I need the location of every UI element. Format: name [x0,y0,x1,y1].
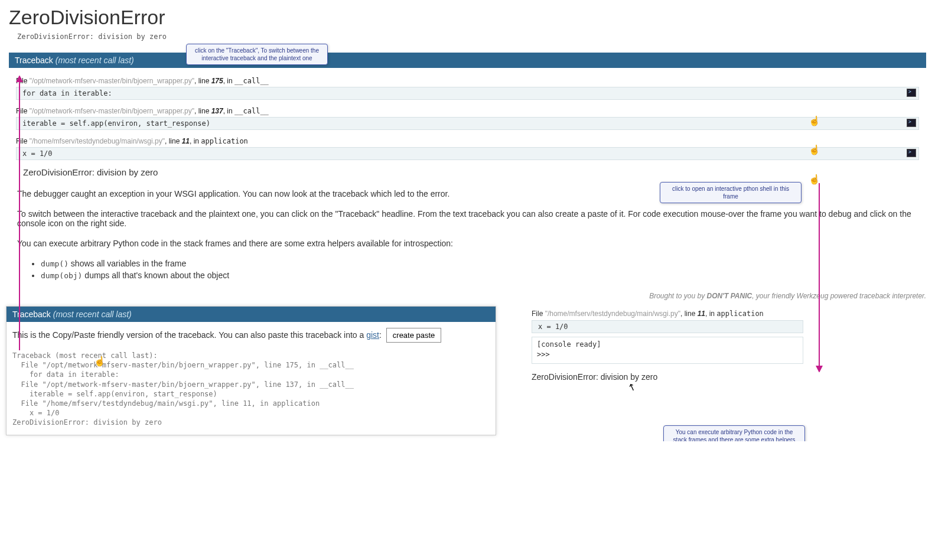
traceback-header-label: Traceback [15,56,53,65]
gist-link[interactable]: gist [366,330,379,340]
frame-code[interactable]: iterable = self.app(environ, start_respo… [16,117,919,130]
exception-summary-top: ZeroDivisionError: division by zero [17,32,926,41]
description-p2: To switch between the interactive traceb… [17,209,918,228]
callout-exec: You can execute arbitrary Python code in… [663,425,805,441]
console-error-summary: ZeroDivisionError: division by zero [532,372,803,382]
plaintext-traceback-text[interactable]: Traceback (most recent call last): File … [6,347,496,435]
plaintext-intro: This is the Copy/Paste friendly version … [6,322,496,347]
console-icon[interactable] [907,119,916,127]
frame-header[interactable]: File "/home/mfserv/testdyndebug/main/wsg… [16,137,919,145]
plaintext-traceback-panel: Traceback (most recent call last) This i… [6,306,496,435]
create-paste-button[interactable]: create paste [386,328,442,343]
helper-dump: dump() shows all variables in the frame [41,259,918,268]
plaintext-traceback-header[interactable]: Traceback (most recent call last) [6,307,496,322]
error-summary: ZeroDivisionError: division by zero [23,167,912,177]
frame-code[interactable]: x = 1/0 [16,147,919,160]
console-icon[interactable] [907,89,916,97]
console-frame-header: File "/home/mfserv/testdyndebug/main/wsg… [532,310,803,318]
console-shell[interactable]: [console ready] >>> [532,337,803,364]
footer-credit: Brought to you by DON'T PANIC, your frie… [9,292,926,300]
frame-header[interactable]: File "/opt/metwork-mfserv-master/bin/bjo… [16,77,919,85]
helper-dump-obj: dump(obj) dumps all that's known about t… [41,271,918,280]
traceback-header-suffix: (most recent call last) [56,56,134,65]
console-icon[interactable] [907,149,916,157]
console-panel: File "/home/mfserv/testdyndebug/main/wsg… [532,310,803,382]
traceback-frames: File "/opt/metwork-mfserv-master/bin/bjo… [16,77,919,177]
description-p3: You can execute arbitrary Python code in… [17,239,918,248]
console-frame-code: x = 1/0 [532,320,803,333]
frame-header[interactable]: File "/opt/metwork-mfserv-master/bin/bjo… [16,107,919,115]
callout-traceback-toggle: click on the "Traceback", To switch betw… [186,44,328,65]
frame-code[interactable]: for data in iterable: [16,87,919,100]
page-title: ZeroDivisionError [9,6,926,29]
traceback-header[interactable]: Traceback (most recent call last) [9,53,926,68]
callout-console: click to open an interactive pthon shell… [660,182,802,203]
